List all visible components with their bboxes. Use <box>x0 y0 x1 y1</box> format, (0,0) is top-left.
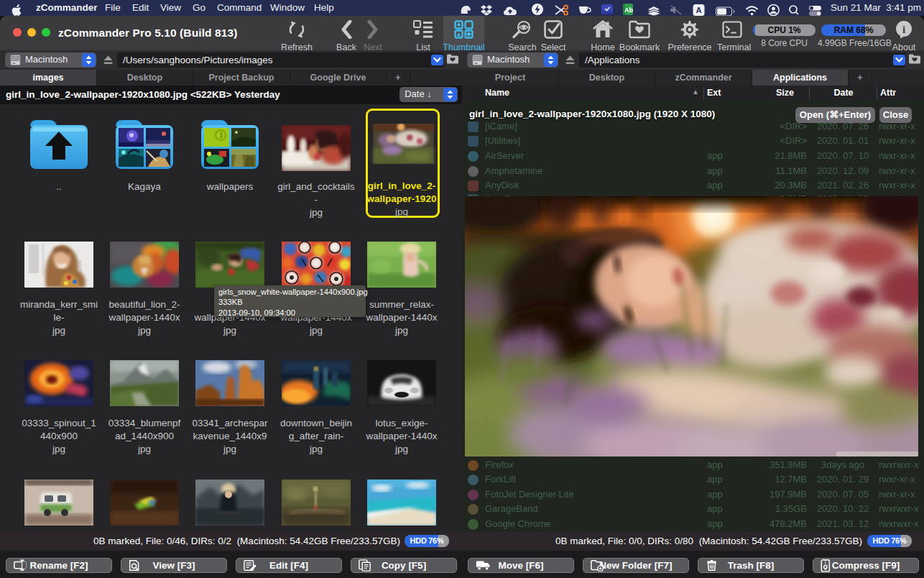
svg-text:Ab: Ab <box>624 6 633 14</box>
svg-text:i: i <box>902 24 905 35</box>
svg-text:A: A <box>696 6 702 14</box>
